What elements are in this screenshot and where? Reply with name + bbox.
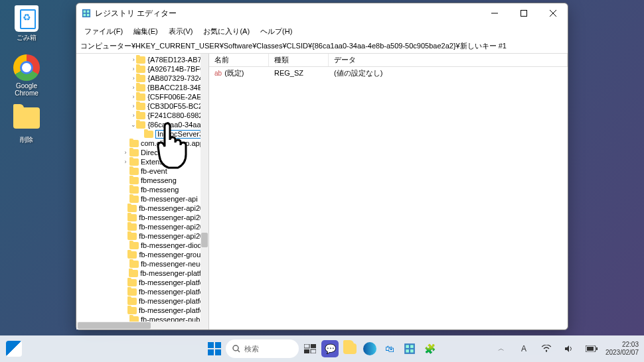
taskbar-app[interactable]: 🧩 [421, 340, 438, 357]
tree-item[interactable]: fbmesseng [79, 176, 208, 185]
chevron-icon[interactable]: › [131, 75, 136, 82]
tree-item[interactable]: ›{A926714B-7BFC-4D08-AC [79, 64, 208, 74]
folder-icon [127, 251, 137, 259]
col-name[interactable]: 名前 [209, 54, 269, 66]
folder-icon [127, 205, 137, 212]
tree-item[interactable]: fb-messenger-api20140131 [79, 213, 208, 222]
folder-icon [129, 242, 139, 249]
svg-rect-9 [208, 342, 214, 348]
col-type[interactable]: 種類 [269, 54, 329, 66]
folder-icon [127, 223, 137, 231]
tree-label: com.clipchamp.app [141, 139, 204, 147]
taskbar-store[interactable]: 🛍 [381, 340, 398, 357]
tree-item[interactable]: ›{AB807329-7324-431B-8B [79, 74, 208, 83]
tree-item[interactable]: ›{F241C880-6982-4CE5-8C [79, 111, 208, 120]
scrollbar-thumb-v[interactable] [201, 233, 208, 247]
folder-icon [129, 261, 139, 268]
desktop-recycle-bin[interactable]: ♻ ごみ箱 [7, 5, 46, 42]
menu-edit[interactable]: 編集(E) [128, 25, 163, 38]
tree-label: {F241C880-6982-4CE5-8C [147, 111, 208, 119]
chevron-icon[interactable]: › [131, 93, 136, 100]
chevron-icon[interactable]: › [121, 158, 129, 165]
folder-icon [129, 149, 139, 156]
tree-item[interactable]: ›Extensions [79, 157, 208, 166]
tree-label: fb-messenger-group-thread [139, 251, 208, 259]
tree-item[interactable]: fb-messenger-api [79, 194, 208, 204]
tray-chevron-up-icon[interactable]: ︿ [493, 340, 510, 357]
chevron-icon[interactable]: ⌄ [131, 121, 136, 128]
tree-label: fbmesseng [141, 176, 177, 184]
tree-scrollbar-horizontal[interactable] [76, 322, 208, 330]
menu-file[interactable]: ファイル(F) [79, 25, 128, 38]
svg-rect-3 [84, 14, 86, 17]
tree-label: fb-messenger-api20140430 [139, 232, 208, 240]
taskbar-search[interactable]: 検索 [226, 339, 299, 358]
tree-item[interactable]: ›{A78ED123-AB77-406B-99 [79, 55, 208, 64]
tree-item[interactable]: fb-messenger-api20140430 [79, 231, 208, 241]
folder-icon [136, 56, 145, 64]
taskbar-chat[interactable]: 💬 [321, 340, 339, 357]
values-pane[interactable]: 名前 種類 データ ab(既定) REG_SZ (値の設定なし) [209, 54, 568, 330]
desktop-chrome[interactable]: Google Chrome [7, 54, 46, 97]
tray-battery-icon[interactable] [583, 340, 600, 357]
task-view-button[interactable] [301, 340, 319, 357]
minimize-button[interactable] [480, 3, 509, 23]
tree-item[interactable]: com.clipchamp.app [79, 139, 208, 148]
folder-icon [129, 168, 139, 175]
app-icon [82, 9, 91, 18]
list-row[interactable]: ab(既定) REG_SZ (値の設定なし) [209, 67, 568, 79]
tree-item[interactable]: fb-messenger-neue [79, 259, 208, 269]
tree-item[interactable]: fb-messenger-platform [79, 269, 208, 278]
taskbar-explorer[interactable] [341, 340, 359, 357]
folder-icon [127, 233, 137, 240]
tree-item[interactable]: fb-messenger-api20131028 [79, 204, 208, 213]
chevron-icon[interactable]: › [131, 84, 136, 91]
taskbar-regedit[interactable] [401, 340, 418, 357]
chevron-icon[interactable]: › [131, 56, 136, 63]
tray-wifi-icon[interactable] [538, 340, 555, 357]
titlebar[interactable]: レジストリ エディター [76, 3, 568, 23]
tree-item[interactable]: fb-messenger-platform-2015 [79, 287, 208, 296]
search-placeholder: 検索 [244, 344, 259, 354]
scrollbar-thumb-h[interactable] [78, 322, 151, 329]
tree-label: fb-messenger-api20131028 [139, 204, 208, 212]
close-button[interactable] [538, 3, 568, 23]
tray-volume-icon[interactable] [560, 340, 578, 357]
tree-scrollbar-vertical[interactable] [201, 54, 208, 322]
taskbar-clock[interactable]: 22:03 2023/02/07 [605, 341, 639, 357]
chevron-icon[interactable]: › [131, 103, 136, 109]
desktop-folder[interactable]: 削除 [7, 105, 46, 145]
folder-icon [129, 177, 139, 184]
svg-point-13 [233, 345, 238, 351]
tree-item[interactable]: ⌄{86ca1aa0-34aa-4e8b-a50 [79, 120, 208, 129]
chevron-icon[interactable]: › [131, 66, 136, 72]
tree-item[interactable]: fb-messenger-diode [79, 241, 208, 250]
tree-item[interactable]: fb-messenger-group-thread [79, 250, 208, 259]
tree-item[interactable]: ›{C5FF006E-2AE9-408C-B8 [79, 92, 208, 101]
tree-item[interactable]: fb-messenger-api20140301 [79, 222, 208, 231]
svg-rect-15 [304, 344, 309, 348]
taskbar-edge[interactable] [361, 340, 378, 357]
ime-indicator[interactable]: A [515, 340, 532, 357]
menu-favorites[interactable]: お気に入り(A) [198, 25, 255, 38]
maximize-button[interactable] [509, 3, 538, 23]
start-button[interactable] [206, 340, 223, 357]
tree-pane[interactable]: ›{A78ED123-AB77-406B-99›{A926714B-7BFC-4… [76, 54, 209, 330]
tree-item[interactable] [79, 129, 208, 139]
widgets-button[interactable] [5, 340, 23, 357]
tree-item[interactable]: fb-messeng [79, 185, 208, 194]
tree-item[interactable]: ›Directory [79, 148, 208, 157]
tree-item[interactable]: ›{BBACC218-34EA-4666-9D [79, 83, 208, 92]
tree-item[interactable]: fb-event [79, 166, 208, 176]
address-bar[interactable]: コンピューター¥HKEY_CURRENT_USER¥Software¥Class… [76, 39, 568, 54]
menu-view[interactable]: 表示(V) [163, 25, 199, 38]
chevron-icon[interactable]: › [131, 112, 136, 119]
tree-item[interactable]: fb-messenger-platform-2015 [79, 296, 208, 306]
col-data[interactable]: データ [329, 54, 568, 66]
tree-item[interactable]: fb-messenger-platform-2015 [79, 306, 208, 315]
svg-rect-12 [215, 349, 221, 355]
tree-item[interactable]: ›{CB3D0F55-BC2C-4C1A-85 [79, 101, 208, 111]
menu-help[interactable]: ヘルプ(H) [255, 25, 297, 38]
tree-item[interactable]: fb-messenger-platform-2015 [79, 278, 208, 287]
chevron-icon[interactable]: › [121, 149, 129, 156]
